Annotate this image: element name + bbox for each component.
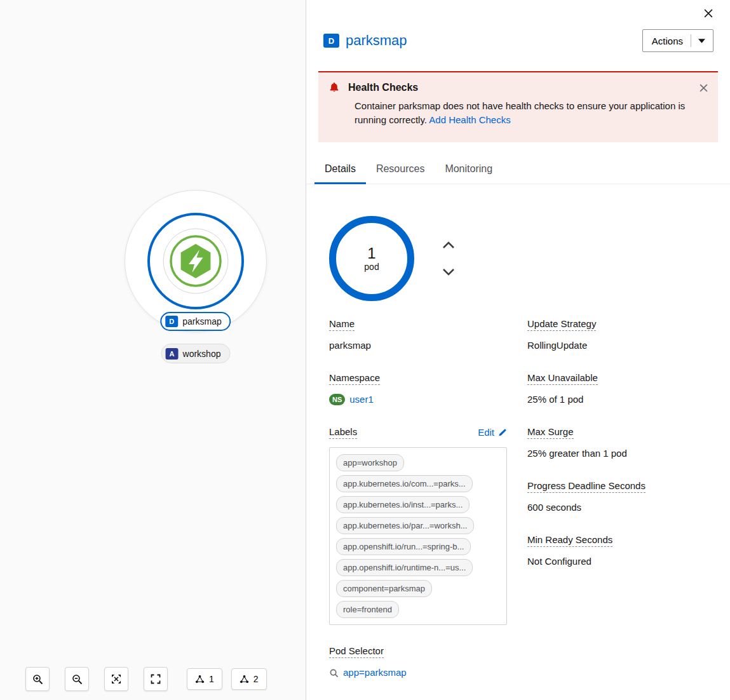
label-chip: role=frontend: [336, 601, 399, 618]
panel-tabs: Details Resources Monitoring: [306, 155, 730, 184]
pencil-icon: [498, 428, 507, 437]
fit-to-screen-button[interactable]: [104, 667, 128, 691]
expand-arrows-icon: [111, 674, 121, 684]
layout-2-button[interactable]: 2: [231, 668, 267, 690]
scale-down-button[interactable]: [441, 267, 456, 278]
alert-message: Container parksmap does not have health …: [355, 100, 685, 125]
update-strategy-value: RollingUpdate: [527, 339, 713, 352]
max-unavailable-label: Max Unavailable: [527, 372, 598, 385]
max-surge-value: 25% greater than 1 pod: [527, 447, 713, 460]
alert-title: Health Checks: [348, 82, 418, 93]
application-badge: A: [166, 348, 179, 360]
pod-unit: pod: [364, 262, 379, 272]
label-chip: app.kubernetes.io/com...=parks...: [336, 475, 473, 492]
namespace-link[interactable]: user1: [349, 393, 374, 406]
pod-selector-label: Pod Selector: [329, 645, 384, 658]
label-chip: app=workshop: [336, 454, 404, 471]
name-label: Name: [329, 318, 355, 331]
resource-side-panel: D parksmap Actions Health Checks: [306, 0, 730, 700]
layout-graph-icon: [195, 675, 205, 684]
deployment-badge: D: [165, 316, 178, 327]
node-label-text: parksmap: [182, 316, 221, 326]
fullscreen-icon: [151, 674, 161, 684]
details-left-column: Name parksmap Namespace NS user1 Labels …: [329, 318, 507, 700]
min-ready-label: Min Ready Seconds: [527, 534, 612, 547]
label-chip: component=parksmap: [336, 580, 432, 597]
layout-1-label: 1: [209, 674, 214, 684]
topology-control-bar: 1 2: [25, 667, 276, 691]
deployment-node[interactable]: [147, 213, 244, 309]
pod-count: 1: [367, 245, 375, 262]
name-value: parksmap: [329, 339, 507, 352]
zoom-in-icon: [32, 674, 43, 685]
spring-boot-icon: [163, 228, 229, 294]
layout-2-label: 2: [253, 674, 259, 684]
tab-details[interactable]: Details: [314, 155, 366, 184]
min-ready-value: Not Configured: [527, 555, 713, 568]
deployment-badge: D: [323, 34, 339, 48]
panel-close-button[interactable]: [703, 8, 714, 19]
application-label-text: workshop: [183, 349, 221, 359]
actions-label: Actions: [652, 36, 683, 46]
zoom-out-icon: [72, 674, 83, 685]
pod-selector-link[interactable]: app=parksmap: [343, 666, 407, 679]
label-chip: app.kubernetes.io/inst...=parks...: [336, 496, 470, 513]
fullscreen-button[interactable]: [144, 667, 168, 691]
close-icon: [700, 84, 708, 92]
zoom-out-button[interactable]: [65, 667, 89, 691]
alert-close-button[interactable]: [700, 84, 708, 92]
label-chip: app.kubernetes.io/par...=worksh...: [336, 517, 474, 534]
layout-graph-icon: [240, 675, 249, 684]
progress-deadline-label: Progress Deadline Seconds: [527, 480, 646, 493]
close-icon: [704, 9, 713, 18]
health-checks-alert: Health Checks Container parksmap does no…: [318, 71, 718, 142]
tab-resources[interactable]: Resources: [366, 155, 435, 184]
scale-up-button[interactable]: [441, 239, 456, 250]
labels-list: app=workshop app.kubernetes.io/com...=pa…: [329, 447, 507, 625]
panel-header: D parksmap Actions: [323, 29, 713, 52]
namespace-label: Namespace: [329, 372, 380, 385]
topology-canvas[interactable]: D parksmap A workshop: [0, 0, 306, 700]
namespace-badge: NS: [329, 394, 345, 405]
zoom-in-button[interactable]: [25, 667, 50, 691]
edit-labels-button[interactable]: Edit: [478, 427, 507, 438]
search-icon: [329, 668, 339, 678]
application-label-workshop[interactable]: A workshop: [161, 344, 231, 363]
add-health-checks-link[interactable]: Add Health Checks: [429, 114, 510, 125]
tab-monitoring[interactable]: Monitoring: [435, 155, 503, 184]
max-surge-label: Max Surge: [527, 426, 574, 439]
actions-dropdown[interactable]: Actions: [642, 29, 713, 52]
label-chip: app.openshift.io/run...=spring-b...: [336, 538, 471, 555]
layout-1-button[interactable]: 1: [187, 668, 222, 690]
caret-down-icon: [691, 34, 705, 47]
details-grid: Name parksmap Namespace NS user1 Labels …: [329, 318, 713, 700]
topology-screen: D parksmap A workshop: [0, 0, 730, 700]
label-chip: app.openshift.io/runtime-n...=us...: [336, 559, 473, 576]
chevron-down-icon: [442, 268, 455, 276]
node-label-parksmap[interactable]: D parksmap: [160, 312, 231, 331]
details-right-column: Update Strategy RollingUpdate Max Unavai…: [527, 318, 713, 700]
labels-label: Labels: [329, 426, 357, 439]
max-unavailable-value: 25% of 1 pod: [527, 393, 713, 406]
edit-label: Edit: [478, 427, 494, 438]
pod-status-section: 1 pod: [329, 216, 730, 301]
update-strategy-label: Update Strategy: [527, 318, 596, 331]
bell-icon: [328, 82, 340, 93]
pod-donut[interactable]: 1 pod: [329, 216, 414, 301]
chevron-up-icon: [442, 241, 455, 249]
progress-deadline-value: 600 seconds: [527, 501, 713, 514]
resource-title-link[interactable]: parksmap: [346, 32, 407, 49]
